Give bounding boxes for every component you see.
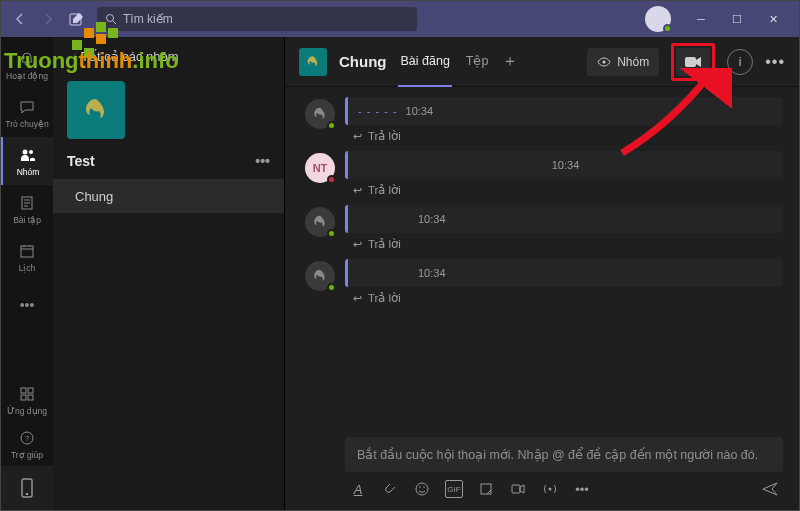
eye-icon (597, 55, 611, 69)
window-controls: ─ ☐ ✕ (683, 3, 791, 35)
svg-point-17 (419, 486, 421, 488)
app-rail: Hoạt động Trò chuyện Nhóm Bài tập Lịch •… (1, 37, 53, 510)
teams-icon (18, 145, 38, 165)
svg-rect-9 (28, 395, 33, 400)
reply-button[interactable]: ↩Trả lời (345, 233, 783, 253)
post-avatar: NT (305, 153, 335, 183)
emoji-button[interactable] (413, 480, 431, 498)
sticker-button[interactable] (477, 480, 495, 498)
stream-button[interactable] (541, 480, 559, 498)
more-tools-button[interactable]: ••• (573, 480, 591, 498)
svg-text:?: ? (25, 434, 30, 443)
search-icon (105, 13, 117, 25)
minimize-button[interactable]: ─ (683, 3, 719, 35)
back-button[interactable] (9, 8, 31, 30)
format-button[interactable]: A (349, 480, 367, 498)
compose-area: Bắt đầu cuộc hội thoại mới. Nhập @ để đề… (285, 431, 799, 510)
header-more-button[interactable]: ••• (765, 53, 785, 71)
channel-header: Chung Bài đăng Tệp ＋ Nhóm i ••• (285, 37, 799, 87)
svg-point-2 (23, 150, 28, 155)
info-button[interactable]: i (727, 49, 753, 75)
close-button[interactable]: ✕ (755, 3, 791, 35)
team-name: Test (67, 153, 95, 169)
presence-dot (327, 175, 336, 184)
teams-panel: 〈Tất cả các nhóm Test ••• Chung (53, 37, 285, 510)
forward-button[interactable] (37, 8, 59, 30)
presence-dot (663, 24, 672, 33)
nav-arrows (9, 8, 59, 30)
rail-device[interactable] (1, 466, 53, 510)
rail-more[interactable]: ••• (1, 281, 53, 329)
team-tile[interactable] (53, 77, 284, 147)
message-bubble[interactable]: - - - - -10:34 (345, 97, 783, 125)
presence-dot (327, 229, 336, 238)
message-bubble[interactable]: 10:34 (345, 259, 783, 287)
app-body: Hoạt động Trò chuyện Nhóm Bài tập Lịch •… (1, 37, 799, 510)
rail-assignments[interactable]: Bài tập (1, 185, 53, 233)
send-button[interactable] (761, 480, 779, 498)
rail-chat[interactable]: Trò chuyện (1, 89, 53, 137)
main-content: Chung Bài đăng Tệp ＋ Nhóm i ••• (285, 37, 799, 510)
titlebar: Tìm kiếm ─ ☐ ✕ (1, 1, 799, 37)
post-item: - - - - -10:34 ↩Trả lời (305, 97, 783, 145)
svg-point-1 (107, 15, 114, 22)
svg-point-21 (549, 488, 552, 491)
message-bubble[interactable]: 10:34 (345, 205, 783, 233)
tab-files[interactable]: Tệp (464, 37, 491, 87)
post-item: 10:34 ↩Trả lời (305, 259, 783, 307)
apps-icon (17, 384, 37, 404)
new-message-button[interactable] (65, 7, 89, 31)
add-tab-button[interactable]: ＋ (502, 51, 518, 72)
post-avatar (305, 207, 335, 237)
app-window: Tìm kiếm ─ ☐ ✕ Hoạt động Trò chuyện Nh (0, 0, 800, 511)
meet-tool-button[interactable] (509, 480, 527, 498)
calendar-icon (17, 241, 37, 261)
post-item: NT 10:34 ↩Trả lời (305, 151, 783, 199)
maximize-button[interactable]: ☐ (719, 3, 755, 35)
svg-point-13 (26, 493, 28, 495)
attach-button[interactable] (381, 480, 399, 498)
svg-rect-5 (21, 246, 33, 257)
team-badge-icon (299, 48, 327, 76)
assignments-icon (17, 193, 37, 213)
dots-icon: ••• (17, 295, 37, 315)
compose-input[interactable]: Bắt đầu cuộc hội thoại mới. Nhập @ để đề… (345, 437, 783, 472)
svg-rect-19 (481, 484, 491, 494)
tab-posts[interactable]: Bài đăng (398, 37, 451, 87)
svg-rect-6 (21, 388, 26, 393)
team-visibility-button[interactable]: Nhóm (587, 48, 659, 76)
all-teams-link[interactable]: 〈Tất cả các nhóm (53, 37, 284, 77)
presence-dot (327, 283, 336, 292)
chat-icon (17, 97, 37, 117)
reply-button[interactable]: ↩Trả lời (345, 125, 783, 145)
rail-calendar[interactable]: Lịch (1, 233, 53, 281)
team-name-row: Test ••• (53, 147, 284, 179)
reply-button[interactable]: ↩Trả lời (345, 287, 783, 307)
reply-button[interactable]: ↩Trả lời (345, 179, 783, 199)
message-bubble[interactable]: 10:34 (345, 151, 783, 179)
rail-apps[interactable]: Ứng dụng (1, 378, 53, 422)
svg-rect-7 (28, 388, 33, 393)
rail-help[interactable]: ? Trợ giúp (1, 422, 53, 466)
svg-point-3 (29, 150, 33, 154)
rail-teams[interactable]: Nhóm (1, 137, 53, 185)
rail-activity[interactable]: Hoạt động (1, 41, 53, 89)
search-input[interactable]: Tìm kiếm (97, 7, 417, 31)
message-feed: - - - - -10:34 ↩Trả lời NT 10:34 (285, 87, 799, 431)
post-item: 10:34 ↩Trả lời (305, 205, 783, 253)
help-icon: ? (17, 428, 37, 448)
svg-point-18 (423, 486, 425, 488)
channel-item[interactable]: Chung (53, 179, 284, 213)
svg-rect-20 (512, 485, 520, 493)
compose-toolbar: A GIF ••• (345, 472, 783, 498)
svg-rect-8 (21, 395, 26, 400)
svg-point-16 (416, 483, 428, 495)
search-placeholder: Tìm kiếm (123, 12, 173, 26)
meet-now-button[interactable] (676, 48, 710, 76)
device-icon (17, 478, 37, 498)
bell-icon (17, 49, 37, 69)
gif-button[interactable]: GIF (445, 480, 463, 498)
post-avatar (305, 261, 335, 291)
team-more-button[interactable]: ••• (255, 153, 270, 169)
profile-avatar[interactable] (645, 6, 671, 32)
